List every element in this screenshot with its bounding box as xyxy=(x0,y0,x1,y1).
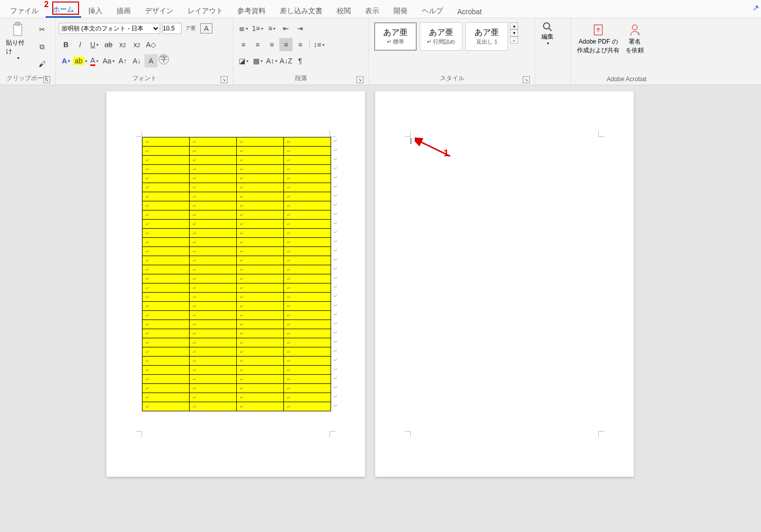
create-pdf-button[interactable]: Adobe PDF の 作成および共有 xyxy=(574,20,623,56)
clear-format-button[interactable]: A◇ xyxy=(144,38,158,51)
text-direction-button[interactable]: A↕▾ xyxy=(265,54,278,67)
table-cell[interactable]: ↵ xyxy=(237,192,284,201)
strike-button[interactable]: ab xyxy=(102,38,115,51)
table-cell[interactable]: ↵ xyxy=(284,183,331,192)
clipboard-dialog-launcher[interactable]: ↘ xyxy=(43,76,50,83)
table-cell[interactable]: ↵ xyxy=(284,220,331,229)
yellow-table[interactable]: ↵↵↵↵↵↵↵↵↵↵↵↵↵↵↵↵↵↵↵↵↵↵↵↵↵↵↵↵↵↵↵↵↵↵↵↵↵↵↵↵… xyxy=(142,137,331,411)
table-cell[interactable]: ↵ xyxy=(237,293,284,302)
table-cell[interactable]: ↵ xyxy=(237,247,284,256)
table-cell[interactable]: ↵ xyxy=(190,256,237,265)
table-cell[interactable]: ↵ xyxy=(190,238,237,247)
table-cell[interactable]: ↵ xyxy=(284,192,331,201)
font-size-input[interactable] xyxy=(162,23,182,34)
table-cell[interactable]: ↵ xyxy=(237,220,284,229)
table-cell[interactable]: ↵ xyxy=(142,375,190,384)
table-cell[interactable]: ↵ xyxy=(142,265,190,274)
table-cell[interactable]: ↵ xyxy=(142,147,190,156)
format-painter-icon[interactable]: 🖌 xyxy=(35,57,49,70)
multilevel-button[interactable]: ≡▾ xyxy=(265,22,278,35)
increase-indent-button[interactable]: ⇥ xyxy=(294,22,307,35)
table-cell[interactable]: ↵ xyxy=(142,357,190,366)
style-item-2[interactable]: あア亜見出し 1 xyxy=(465,22,508,51)
table-cell[interactable]: ↵ xyxy=(142,165,190,174)
table-cell[interactable]: ↵ xyxy=(142,338,190,347)
style-item-0[interactable]: あア亜↵ 標準 xyxy=(374,22,417,51)
table-cell[interactable]: ↵ xyxy=(237,357,284,366)
char-border-icon[interactable]: A xyxy=(200,23,212,33)
table-cell[interactable]: ↵ xyxy=(237,201,284,210)
table-cell[interactable]: ↵ xyxy=(190,192,237,201)
table-cell[interactable]: ↵ xyxy=(284,283,331,293)
font-dialog-launcher[interactable]: ↘ xyxy=(221,76,228,83)
table-cell[interactable]: ↵ xyxy=(237,338,284,347)
table-cell[interactable]: ↵ xyxy=(190,247,237,256)
table-cell[interactable]: ↵ xyxy=(142,311,190,320)
justify-button[interactable]: ≡ xyxy=(279,38,293,51)
align-center-button[interactable]: ≡ xyxy=(251,38,264,51)
table-cell[interactable]: ↵ xyxy=(142,283,190,293)
table-cell[interactable]: ↵ xyxy=(190,265,237,274)
subscript-button[interactable]: x2 xyxy=(116,38,129,51)
table-cell[interactable]: ↵ xyxy=(284,256,331,265)
table-cell[interactable]: ↵ xyxy=(237,274,284,283)
tab-11[interactable]: ヘルプ xyxy=(415,4,450,18)
text-effects-button[interactable]: A▾ xyxy=(59,54,73,67)
table-cell[interactable]: ↵ xyxy=(190,156,237,165)
highlight-button[interactable]: ab▾ xyxy=(74,54,87,67)
table-cell[interactable]: ↵ xyxy=(284,366,331,375)
table-cell[interactable]: ↵ xyxy=(284,174,331,183)
underline-button[interactable]: U▾ xyxy=(88,38,101,51)
paragraph-dialog-launcher[interactable]: ↘ xyxy=(356,76,364,83)
copy-icon[interactable]: ⧉ xyxy=(35,40,49,53)
table-cell[interactable]: ↵ xyxy=(190,229,237,238)
table-cell[interactable]: ↵ xyxy=(237,137,284,147)
table-cell[interactable]: ↵ xyxy=(142,329,190,338)
table-cell[interactable]: ↵ xyxy=(142,347,190,357)
table-cell[interactable]: ↵ xyxy=(190,357,237,366)
table-cell[interactable]: ↵ xyxy=(237,311,284,320)
table-cell[interactable]: ↵ xyxy=(190,137,237,147)
table-cell[interactable]: ↵ xyxy=(237,375,284,384)
table-cell[interactable]: ↵ xyxy=(237,256,284,265)
table-cell[interactable]: ↵ xyxy=(142,366,190,375)
font-name-select[interactable]: 游明朝 (本文のフォント - 日本 xyxy=(59,23,160,34)
table-cell[interactable]: ↵ xyxy=(142,274,190,283)
find-button[interactable]: 編集 ▾ xyxy=(538,20,557,47)
table-cell[interactable]: ↵ xyxy=(284,165,331,174)
tab-4[interactable]: デザイン xyxy=(138,4,180,18)
table-cell[interactable]: ↵ xyxy=(284,210,331,220)
table-cell[interactable]: ↵ xyxy=(190,329,237,338)
table-cell[interactable]: ↵ xyxy=(190,311,237,320)
table-cell[interactable]: ↵ xyxy=(142,201,190,210)
table-cell[interactable]: ↵ xyxy=(190,366,237,375)
superscript-button[interactable]: x2 xyxy=(130,38,143,51)
borders-button[interactable]: ▦▾ xyxy=(251,54,264,67)
request-sign-button[interactable]: x 署名 を依頼 xyxy=(623,20,647,56)
shading-button[interactable]: ◪▾ xyxy=(237,54,250,67)
table-cell[interactable]: ↵ xyxy=(284,201,331,210)
bullets-button[interactable]: ≣▾ xyxy=(237,22,250,35)
table-cell[interactable]: ↵ xyxy=(190,147,237,156)
table-cell[interactable]: ↵ xyxy=(237,347,284,357)
table-cell[interactable]: ↵ xyxy=(142,156,190,165)
table-cell[interactable]: ↵ xyxy=(190,320,237,329)
table-cell[interactable]: ↵ xyxy=(284,338,331,347)
table-cell[interactable]: ↵ xyxy=(190,393,237,402)
table-cell[interactable]: ↵ xyxy=(190,293,237,302)
font-color-button[interactable]: A▾ xyxy=(88,54,101,67)
cut-icon[interactable]: ✂ xyxy=(35,23,49,36)
phonetic-guide-icon[interactable]: ア亜 xyxy=(184,22,197,35)
styles-more-button[interactable]: ⌄ xyxy=(510,37,518,44)
table-cell[interactable]: ↵ xyxy=(142,174,190,183)
table-cell[interactable]: ↵ xyxy=(142,210,190,220)
table-cell[interactable]: ↵ xyxy=(190,347,237,357)
table-cell[interactable]: ↵ xyxy=(237,210,284,220)
align-left-button[interactable]: ≡ xyxy=(237,38,250,51)
bold-button[interactable]: B xyxy=(59,38,73,51)
table-cell[interactable]: ↵ xyxy=(190,402,237,411)
table-cell[interactable]: ↵ xyxy=(284,375,331,384)
align-right-button[interactable]: ≡ xyxy=(265,38,278,51)
table-cell[interactable]: ↵ xyxy=(284,229,331,238)
styles-up-button[interactable]: ▴ xyxy=(510,22,518,29)
